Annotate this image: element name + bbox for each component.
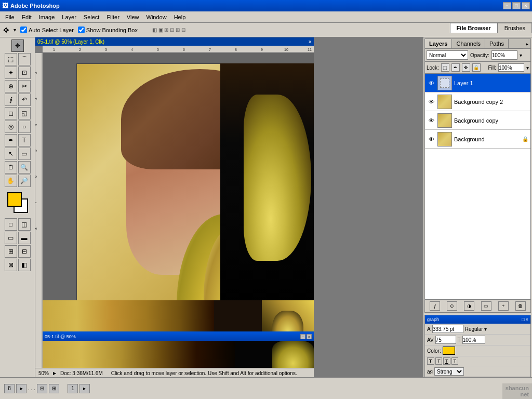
layer-new-btn[interactable]: + bbox=[498, 301, 509, 311]
fill-arrow[interactable]: ▾ bbox=[526, 65, 529, 71]
full-screen[interactable]: ▬ bbox=[18, 232, 31, 244]
status-bar: 50% ▶ Doc: 3:36M/11.6M Click and drag to… bbox=[35, 368, 314, 378]
menu-edit[interactable]: Edit bbox=[19, 13, 35, 21]
standard-screen[interactable]: ▭ bbox=[5, 232, 17, 244]
layer-row-3[interactable]: 👁 Background 🔒 bbox=[425, 130, 530, 149]
maximize-button[interactable]: □ bbox=[512, 2, 521, 9]
clone-tool[interactable]: ✂ bbox=[18, 80, 31, 92]
eyedropper-tool[interactable]: 🔍 bbox=[18, 161, 31, 174]
gradient-tool[interactable]: ◱ bbox=[18, 107, 31, 119]
quick-mask-on[interactable]: ◫ bbox=[18, 218, 31, 231]
bottom-min-btn[interactable]: − bbox=[300, 334, 305, 339]
auto-select-option[interactable]: Auto Select Layer bbox=[20, 26, 74, 33]
font-size-input[interactable] bbox=[432, 325, 463, 333]
tab-file-browser[interactable]: File Browser bbox=[450, 23, 498, 33]
bottom-btn-3[interactable]: ⊟ bbox=[37, 384, 47, 393]
leading-input[interactable] bbox=[435, 336, 456, 344]
auto-select-checkbox[interactable] bbox=[20, 26, 27, 33]
hand-tool[interactable]: ✋ bbox=[5, 175, 17, 187]
italic-btn[interactable]: T bbox=[435, 357, 443, 365]
healing-tool[interactable]: ⊕ bbox=[5, 80, 17, 92]
marquee-tool[interactable]: ⬚ bbox=[5, 53, 17, 65]
layer-visibility-3[interactable]: 👁 bbox=[427, 135, 435, 143]
layer-row-1[interactable]: 👁 Background copy 2 bbox=[425, 92, 530, 111]
char-panel-resize[interactable]: □ bbox=[522, 317, 524, 322]
minimize-button[interactable]: − bbox=[503, 2, 511, 9]
menu-select[interactable]: Select bbox=[81, 13, 103, 21]
underline-btn[interactable]: T bbox=[443, 357, 450, 365]
close-button[interactable]: × bbox=[522, 2, 530, 9]
lock-all-btn[interactable]: 🔒 bbox=[472, 63, 481, 72]
dodge-tool[interactable]: ○ bbox=[18, 121, 31, 133]
magic-wand-tool[interactable]: ✦ bbox=[5, 66, 17, 79]
menu-help[interactable]: Help bbox=[171, 13, 189, 21]
fill-input[interactable] bbox=[498, 63, 524, 72]
title-bar-controls[interactable]: − □ × bbox=[503, 2, 530, 9]
history-tool[interactable]: ↶ bbox=[18, 94, 31, 106]
char-color-swatch[interactable] bbox=[443, 347, 455, 355]
char-panel-close[interactable]: × bbox=[526, 317, 528, 322]
alias-select[interactable]: Strong Sharp Crisp Smooth None bbox=[434, 367, 464, 376]
bottom-close-btn[interactable]: × bbox=[307, 334, 312, 339]
svg-text:9: 9 bbox=[261, 48, 263, 51]
menu-file[interactable]: File bbox=[2, 13, 18, 21]
bold-btn[interactable]: T bbox=[427, 357, 434, 365]
layer-delete-btn[interactable]: 🗑 bbox=[515, 301, 526, 311]
scale-input[interactable] bbox=[462, 336, 485, 344]
layer-row-2[interactable]: 👁 Background copy bbox=[425, 111, 530, 130]
lasso-tool[interactable]: ⌒ bbox=[18, 53, 31, 65]
quick-mask-off[interactable]: □ bbox=[5, 218, 17, 231]
blend-mode-select[interactable]: Normal Multiply Screen bbox=[427, 50, 468, 60]
layer-visibility-1[interactable]: 👁 bbox=[427, 98, 435, 106]
opacity-arrow[interactable]: ▾ bbox=[520, 52, 522, 58]
extra-tool-1[interactable]: ⊞ bbox=[5, 245, 17, 258]
layer-adjustment-btn[interactable]: ◑ bbox=[464, 301, 474, 311]
pen-tool[interactable]: ✒ bbox=[5, 134, 17, 147]
tab-channels[interactable]: Channels bbox=[452, 39, 485, 48]
layer-visibility-2[interactable]: 👁 bbox=[427, 116, 435, 125]
layer-style-btn[interactable]: ƒ bbox=[430, 301, 440, 311]
menu-image[interactable]: Image bbox=[36, 13, 58, 21]
opacity-input[interactable] bbox=[491, 50, 517, 60]
brush-tool[interactable]: ∮ bbox=[5, 94, 17, 106]
lock-transparent-btn[interactable]: ⬚ bbox=[441, 63, 449, 72]
menu-view[interactable]: View bbox=[124, 13, 142, 21]
notes-tool[interactable]: 🗒 bbox=[5, 161, 17, 174]
bottom-btn-1[interactable]: 8 bbox=[4, 384, 15, 393]
bottom-btn-2[interactable]: ▸ bbox=[16, 384, 26, 393]
blur-tool[interactable]: ◎ bbox=[5, 121, 17, 133]
zoom-tool[interactable]: 🔎 bbox=[18, 175, 31, 187]
layer-row-0[interactable]: 👁 Layer 1 bbox=[425, 74, 530, 92]
layers-panel-menu[interactable]: ▸ bbox=[523, 39, 530, 48]
extra-tool-4[interactable]: ◧ bbox=[18, 259, 31, 271]
tab-paths[interactable]: Paths bbox=[485, 39, 509, 48]
path-select-tool[interactable]: ↖ bbox=[5, 148, 17, 160]
svg-text:6: 6 bbox=[35, 176, 37, 178]
strikethrough-btn[interactable]: T bbox=[451, 357, 459, 365]
bounding-box-checkbox[interactable] bbox=[78, 26, 85, 33]
foreground-color-swatch[interactable] bbox=[7, 192, 22, 207]
tab-brushes[interactable]: Brushes bbox=[498, 23, 532, 33]
bounding-box-option[interactable]: Show Bounding Box bbox=[78, 26, 138, 33]
move-tool[interactable]: ✥ bbox=[11, 39, 24, 52]
type-tool[interactable]: T bbox=[18, 134, 31, 147]
bottom-btn-6[interactable]: ▸ bbox=[79, 384, 90, 393]
extra-tool-3[interactable]: ⊠ bbox=[5, 259, 17, 271]
bottom-btn-5[interactable]: 1 bbox=[68, 384, 78, 393]
lock-paint-btn[interactable]: ✒ bbox=[451, 63, 460, 72]
eraser-tool[interactable]: ◻ bbox=[5, 107, 17, 119]
color-swatches[interactable] bbox=[5, 190, 30, 215]
shape-tool[interactable]: ▭ bbox=[18, 148, 31, 160]
doc-close-btn[interactable]: × bbox=[309, 38, 312, 45]
menu-filter[interactable]: Filter bbox=[103, 13, 122, 21]
menu-layer[interactable]: Layer bbox=[59, 13, 79, 21]
tab-layers[interactable]: Layers bbox=[425, 39, 452, 48]
extra-tool-2[interactable]: ⊟ bbox=[18, 245, 31, 258]
layer-visibility-0[interactable]: 👁 bbox=[427, 79, 435, 87]
menu-window[interactable]: Window bbox=[143, 13, 170, 21]
bottom-btn-4[interactable]: ⊞ bbox=[49, 384, 59, 393]
layer-mask-btn[interactable]: ⊙ bbox=[447, 301, 457, 311]
crop-tool[interactable]: ⊡ bbox=[18, 66, 31, 79]
lock-move-btn[interactable]: ✥ bbox=[462, 63, 470, 72]
layer-group-btn[interactable]: ▭ bbox=[481, 301, 491, 311]
